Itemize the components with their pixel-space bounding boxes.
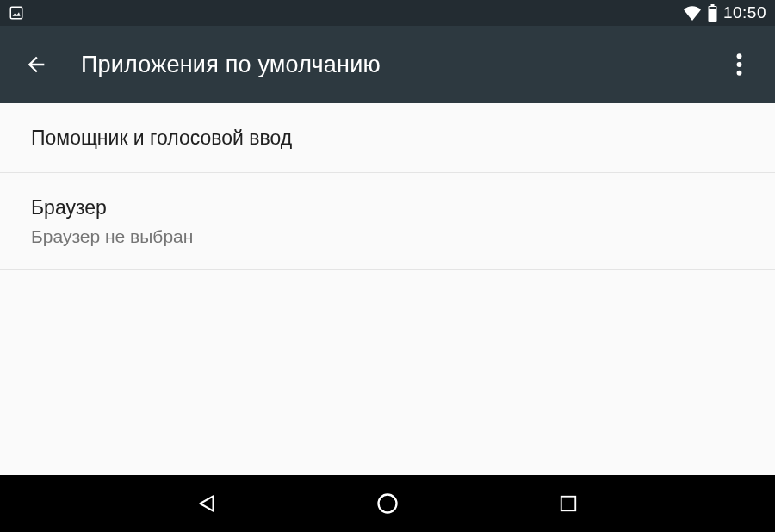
svg-point-5 (736, 62, 741, 67)
status-left (9, 5, 24, 21)
list-item-browser[interactable]: Браузер Браузер не выбран (0, 173, 775, 269)
item-title: Браузер (31, 194, 744, 221)
item-subtitle: Браузер не выбран (31, 225, 744, 248)
app-bar: Приложения по умолчанию (0, 26, 775, 103)
back-button[interactable] (19, 47, 53, 82)
svg-point-6 (736, 71, 741, 76)
list-item-assistant[interactable]: Помощник и голосовой ввод (0, 103, 775, 173)
svg-rect-3 (709, 7, 716, 9)
svg-rect-8 (561, 497, 576, 511)
svg-point-7 (379, 495, 397, 513)
overflow-menu-button[interactable] (722, 47, 756, 82)
status-right: 10:50 (683, 3, 766, 22)
svg-rect-0 (10, 7, 22, 19)
image-icon (9, 5, 24, 21)
page-title: Приложения по умолчанию (81, 52, 722, 78)
item-title: Помощник и голосовой ввод (31, 124, 744, 152)
nav-recent-button[interactable] (551, 486, 586, 521)
status-bar: 10:50 (0, 0, 775, 26)
svg-point-4 (736, 53, 741, 59)
content: Помощник и голосовой ввод Браузер Браузе… (0, 103, 775, 270)
navigation-bar (0, 475, 775, 532)
battery-icon (707, 4, 718, 22)
status-time: 10:50 (723, 3, 766, 22)
nav-home-button[interactable] (370, 486, 405, 521)
wifi-icon (683, 5, 702, 21)
svg-rect-1 (710, 4, 714, 6)
nav-back-button[interactable] (189, 486, 224, 521)
